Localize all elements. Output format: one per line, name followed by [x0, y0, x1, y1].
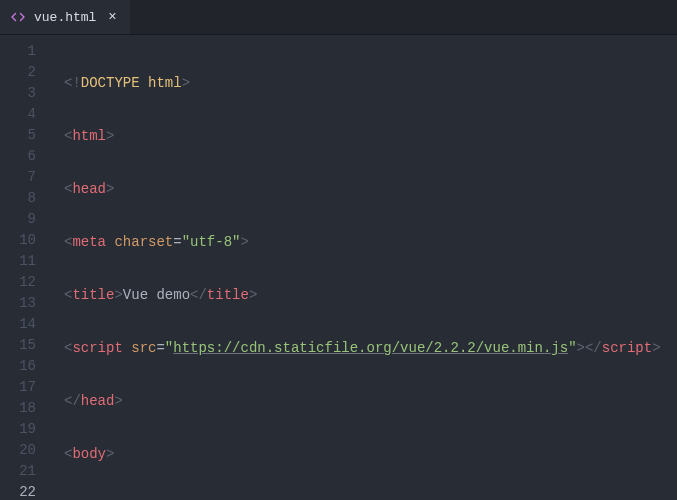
line-number: 2	[0, 62, 48, 83]
line-number: 14	[0, 314, 48, 335]
line-number: 11	[0, 251, 48, 272]
line-number: 17	[0, 377, 48, 398]
line-number: 13	[0, 293, 48, 314]
code-line: <html>	[48, 126, 677, 147]
line-number-current: 22	[0, 482, 48, 500]
code-area[interactable]: <!DOCTYPE html> <html> <head> <meta char…	[48, 35, 677, 500]
line-number: 5	[0, 125, 48, 146]
code-line: <!DOCTYPE html>	[48, 73, 677, 94]
code-line: <script src="https://cdn.staticfile.org/…	[48, 338, 677, 359]
code-line: <meta charset="utf-8">	[48, 232, 677, 253]
line-number: 1	[0, 41, 48, 62]
line-number: 8	[0, 188, 48, 209]
code-line: <title>Vue demo</title>	[48, 285, 677, 306]
line-number: 15	[0, 335, 48, 356]
line-number: 18	[0, 398, 48, 419]
line-number: 6	[0, 146, 48, 167]
line-number: 21	[0, 461, 48, 482]
line-number: 20	[0, 440, 48, 461]
line-number: 12	[0, 272, 48, 293]
line-number: 19	[0, 419, 48, 440]
editor[interactable]: 1 2 3 4 5 6 7 8 9 10 11 12 13 14 15 16 1…	[0, 35, 677, 500]
line-gutter: 1 2 3 4 5 6 7 8 9 10 11 12 13 14 15 16 1…	[0, 35, 48, 500]
tab-filename: vue.html	[34, 10, 96, 25]
line-number: 3	[0, 83, 48, 104]
line-number: 16	[0, 356, 48, 377]
code-line: <head>	[48, 179, 677, 200]
line-number: 10	[0, 230, 48, 251]
line-number: 4	[0, 104, 48, 125]
close-icon[interactable]: ×	[104, 9, 120, 25]
tab-bar: vue.html ×	[0, 0, 677, 35]
line-number: 9	[0, 209, 48, 230]
tab-active[interactable]: vue.html ×	[0, 0, 130, 34]
line-number: 7	[0, 167, 48, 188]
code-file-icon	[10, 9, 26, 25]
code-line: </head>	[48, 391, 677, 412]
code-line: <body>	[48, 444, 677, 465]
